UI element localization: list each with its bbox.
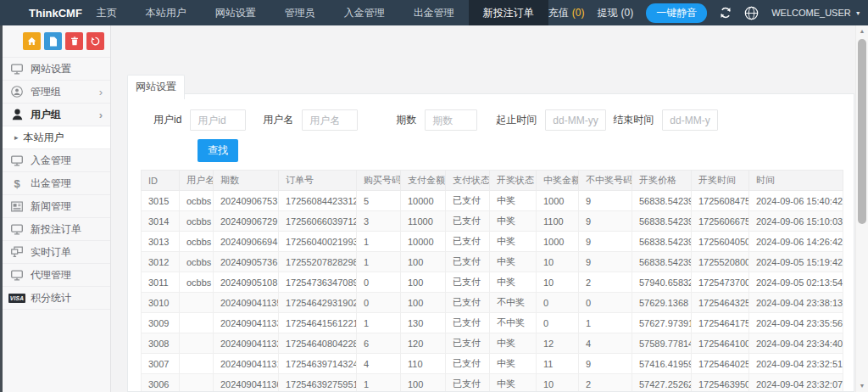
user-id-input[interactable] — [190, 109, 246, 131]
table-cell: 0 — [537, 293, 579, 313]
sidebar-item-0[interactable]: 网站设置 — [0, 58, 110, 81]
period-input[interactable] — [425, 109, 477, 131]
search-button[interactable]: 查找 — [198, 139, 238, 162]
mute-all-button[interactable]: 一键静音 — [646, 3, 707, 23]
caret-down-icon: ▼ — [855, 10, 861, 16]
table-row: 3015ocbbs2024090675317256084423312351000… — [142, 191, 843, 211]
table-cell: 1 — [579, 313, 632, 333]
table-row: 30072024090411311725463971432484110已支付中奖… — [142, 354, 843, 374]
table-cell: 202409041132 — [214, 333, 279, 354]
table-cell: 4 — [357, 354, 401, 374]
monitor-icon — [10, 224, 24, 235]
sidebar-item-label: 新投注订单 — [31, 222, 81, 237]
table-cell: 9 — [579, 191, 632, 211]
table-cell: 已支付 — [446, 374, 490, 392]
sidebar-item-5[interactable]: $出金管理 — [0, 172, 110, 195]
sidebar-item-9[interactable]: 代理管理 — [0, 264, 110, 287]
sidebar-item-7[interactable]: 新投注订单 — [0, 218, 110, 241]
table-cell: 3 — [357, 211, 401, 232]
table-cell: 172546397143248 — [279, 354, 357, 374]
table-cell: 56838.54239 — [632, 232, 692, 252]
table-cell: 57589.77814 — [632, 333, 692, 354]
filter-user-id: 用户id — [153, 109, 246, 131]
refresh-icon[interactable] — [720, 7, 732, 19]
sidebar-item-8[interactable]: 实时订单 — [0, 241, 110, 264]
table-cell: 20240906753 — [214, 191, 279, 211]
table-cell — [180, 333, 214, 354]
home-button[interactable] — [23, 32, 41, 50]
table-cell: 110 — [401, 354, 446, 374]
nav-item-3[interactable]: 管理员 — [270, 0, 330, 25]
end-time-input[interactable] — [662, 109, 718, 131]
column-header: 期数 — [214, 171, 279, 191]
table-cell: 已支付 — [446, 333, 490, 354]
scroll-down-icon[interactable]: ▼ — [860, 380, 865, 392]
table-cell: 2024-09-04 23:32:07 — [749, 374, 843, 392]
table-row: 3013ocbbs2024090669417256040021993511000… — [142, 232, 843, 252]
recycle-icon — [91, 36, 100, 46]
nav-item-2[interactable]: 网站设置 — [201, 0, 270, 25]
table-cell: 100 — [401, 252, 446, 272]
table-cell: 1100 — [537, 211, 579, 232]
table-row: 3011ocbbs202409051081725473634708930100已… — [142, 272, 843, 293]
table-cell: 1725604050 — [692, 232, 749, 252]
table-header-row: ID用户名期数订单号购买号码支付金额支付状态开奖状态中奖金额不中奖号码开奖价格开… — [142, 171, 843, 191]
username-label: 用户名 — [263, 113, 293, 127]
app-brand[interactable]: ThinkCMF — [0, 7, 82, 20]
table-cell: 3009 — [142, 313, 180, 333]
sidebar-menu: 网站设置管理组›用户组›▸本站用户入金管理$出金管理新闻管理新投注订单实时订单代… — [0, 57, 110, 310]
dollar-icon: $ — [10, 177, 24, 190]
username-label: WELCOME_USER — [771, 8, 851, 18]
nav-item-4[interactable]: 入金管理 — [330, 0, 399, 25]
sidebar: 网站设置管理组›用户组›▸本站用户入金管理$出金管理新闻管理新投注订单实时订单代… — [0, 25, 111, 392]
sidebar-item-1[interactable]: 管理组› — [0, 81, 110, 104]
table-cell: ocbbs — [180, 272, 214, 293]
sidebar-item-2[interactable]: 用户组› — [0, 104, 110, 126]
table-cell: 1 — [357, 232, 401, 252]
filter-row: 用户id 用户名 期数 起止时间 结束时间 — [141, 109, 841, 131]
sidebar-item-6[interactable]: 新闻管理 — [0, 195, 110, 218]
window-edge — [0, 25, 3, 392]
column-header: 中奖金额 — [537, 171, 579, 191]
start-time-input[interactable] — [545, 109, 606, 131]
column-header: 购买号码 — [357, 171, 401, 191]
table-cell: 120 — [401, 333, 446, 354]
recycle-button[interactable] — [86, 32, 104, 50]
table-cell: 57940.65832 — [632, 272, 692, 293]
trash-button[interactable] — [65, 32, 83, 50]
nav-item-5[interactable]: 出金管理 — [399, 0, 469, 25]
table-row: 3012ocbbs202409057361725520782829891100已… — [142, 252, 843, 272]
nav-item-1[interactable]: 本站用户 — [131, 0, 201, 25]
table-cell: 不中奖 — [490, 293, 537, 313]
username-input[interactable] — [302, 109, 358, 131]
table-cell — [180, 293, 214, 313]
sidebar-item-10[interactable]: VISA积分统计 — [0, 287, 110, 310]
sidebar-item-4[interactable]: 入金管理 — [0, 149, 110, 172]
scrollbar-thumb[interactable] — [858, 39, 866, 224]
recharge-stat[interactable]: 充值(0) — [548, 6, 585, 20]
table-cell: 1725473700 — [692, 272, 749, 293]
table-cell: 10 — [537, 272, 579, 293]
table-cell: 20240906729 — [214, 211, 279, 232]
vertical-scrollbar[interactable]: ▲ ▼ — [855, 25, 868, 392]
sidebar-item-3[interactable]: ▸本站用户 — [0, 126, 110, 149]
table-cell: 11 — [537, 354, 579, 374]
table-cell: 2024-09-04 23:35:56 — [749, 313, 843, 333]
tab-site-settings[interactable]: 网站设置 — [127, 75, 185, 99]
table-cell: 中奖 — [490, 211, 537, 232]
table-cell: 1 — [357, 252, 401, 272]
sidebar-item-label: 用户组 — [31, 108, 61, 122]
withdraw-stat[interactable]: 提现(0) — [598, 6, 634, 20]
table-cell: 9 — [579, 354, 632, 374]
nav-item-6[interactable]: 新投注订单 — [469, 0, 548, 25]
globe-icon[interactable] — [744, 6, 759, 20]
file-button[interactable] — [44, 32, 62, 50]
table-cell: 2 — [579, 272, 632, 293]
nav-item-0[interactable]: 主页 — [82, 0, 131, 25]
table-cell: 100 — [401, 293, 446, 313]
tab-bar: 网站设置 — [127, 75, 185, 99]
user-menu[interactable]: WELCOME_USER ▼ — [771, 8, 860, 18]
table-cell: 172546429319027 — [279, 293, 357, 313]
scroll-up-icon[interactable]: ▲ — [860, 25, 865, 37]
monitor-icon — [10, 270, 24, 281]
